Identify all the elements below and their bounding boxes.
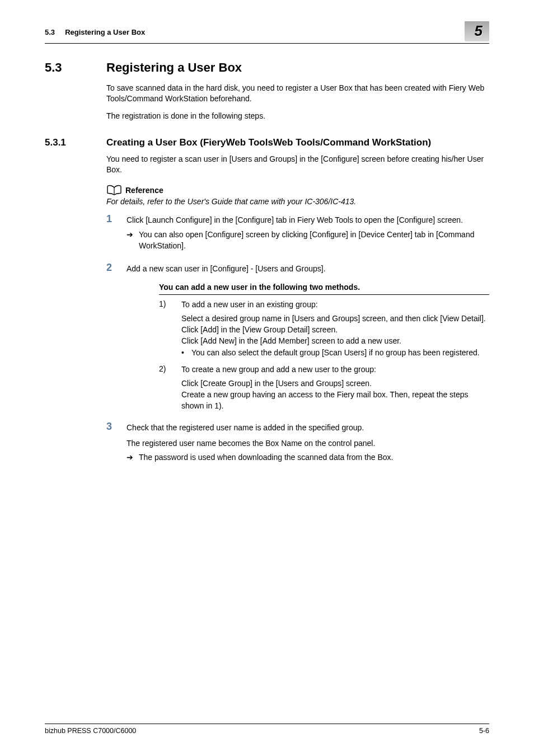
method-head: To add a new user in an existing group: (181, 299, 489, 311)
subsection-title: Creating a User Box (FieryWeb ToolsWeb T… (106, 137, 431, 148)
subsection-number: 5.3.1 (45, 137, 106, 148)
step-after-line: The registered user name becomes the Box… (127, 438, 489, 449)
section-number: 5.3 (45, 60, 106, 75)
step-number: 1 (106, 214, 127, 255)
reference-text: For details, refer to the User's Guide t… (106, 197, 489, 206)
page-header: 5.3 Registering a User Box 5 (45, 22, 489, 44)
method-body-line: Click [Create Group] in the [Users and G… (181, 378, 489, 389)
arrow-icon: ➔ (127, 452, 139, 463)
reference-label: Reference (125, 186, 163, 195)
substep-text: The password is used when downloading th… (139, 452, 489, 463)
section-intro-1: To save scanned data in the hard disk, y… (106, 83, 489, 104)
running-head: 5.3 Registering a User Box (45, 22, 145, 36)
chapter-tab: 5 (465, 21, 489, 41)
subsection-intro: You need to register a scan user in [Use… (106, 154, 489, 175)
bullet-icon: • (181, 348, 191, 359)
method-number: 2) (159, 364, 181, 411)
chapter-number: 5 (475, 22, 483, 39)
step-3: 3 Check that the registered user name is… (106, 421, 489, 467)
arrow-icon: ➔ (127, 229, 139, 251)
method-bullet: • You can also select the default group … (181, 348, 489, 359)
step-1: 1 Click [Launch Configure] in the [Confi… (106, 214, 489, 255)
subsection-heading: 5.3.1 Creating a User Box (FieryWeb Tool… (45, 137, 489, 148)
method-1: 1) To add a new user in an existing grou… (159, 299, 489, 359)
method-body-line: Select a desired group name in [Users an… (181, 313, 489, 325)
method-body-line: Click [Add] in the [View Group Detail] s… (181, 325, 489, 336)
running-head-title: Registering a User Box (65, 28, 145, 36)
reference-heading: Reference (106, 185, 489, 196)
running-head-number: 5.3 (45, 28, 55, 36)
method-number: 1) (159, 299, 181, 359)
section-heading: 5.3 Registering a User Box (45, 60, 489, 75)
step-text: Check that the registered user name is a… (127, 422, 489, 434)
step-substep: ➔ The password is used when downloading … (127, 452, 489, 463)
step-number: 2 (106, 262, 127, 275)
section-intro-2: The registration is done in the followin… (106, 111, 489, 121)
method-head: To create a new group and add a new user… (181, 364, 489, 375)
step-number: 3 (106, 421, 127, 467)
section-title: Registering a User Box (106, 60, 242, 75)
step-2: 2 Add a new scan user in [Configure] - [… (106, 262, 489, 275)
method-2: 2) To create a new group and add a new u… (159, 364, 489, 411)
method-body-line: Create a new group having an access to t… (181, 389, 489, 411)
footer-product: bizhub PRESS C7000/C6000 (45, 727, 136, 735)
methods-title: You can add a new user in the following … (159, 283, 489, 295)
step-substep: ➔ You can also open [Configure] screen b… (127, 229, 489, 251)
footer-page-number: 5-6 (479, 727, 489, 735)
method-body-line: Click [Add New] in the [Add Member] scre… (181, 336, 489, 347)
page-footer: bizhub PRESS C7000/C6000 5-6 (45, 724, 489, 735)
substep-text: You can also open [Configure] screen by … (139, 229, 489, 251)
book-icon (106, 185, 122, 196)
method-bullet-text: You can also select the default group [S… (191, 348, 480, 359)
step-text: Add a new scan user in [Configure] - [Us… (127, 264, 489, 275)
methods-block: You can add a new user in the following … (159, 283, 489, 411)
step-text: Click [Launch Configure] in the [Configu… (127, 215, 489, 226)
